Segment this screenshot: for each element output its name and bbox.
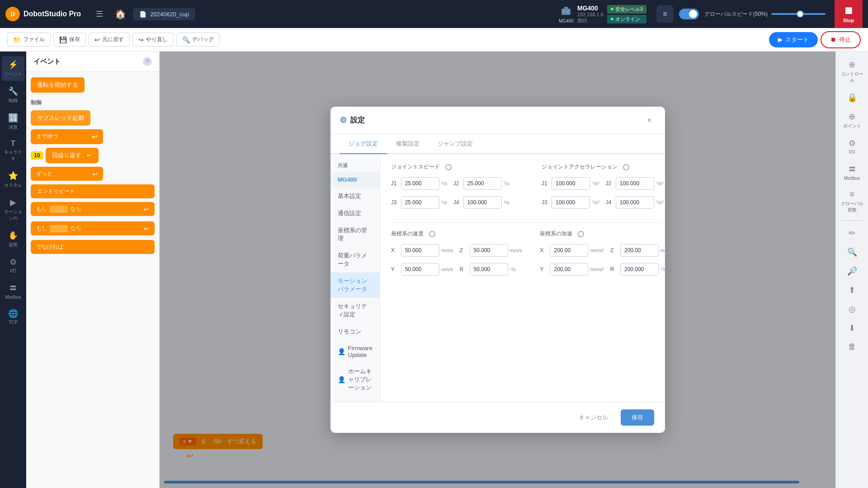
toggle-switch[interactable]	[679, 9, 699, 19]
js-j3-label: J3	[391, 199, 399, 206]
js-j4-input[interactable]	[463, 196, 502, 209]
tab-copy[interactable]: 複製設定	[387, 134, 429, 154]
stop-button[interactable]: ⏹ Stop	[835, 0, 863, 28]
file-tab[interactable]: 📄 20240620_cup	[133, 8, 195, 20]
js-j1-input[interactable]	[401, 177, 439, 190]
ja-j1-field: J1 °/s²	[542, 177, 599, 190]
sidebar-coord[interactable]: 座標系の管理	[330, 222, 380, 247]
sidebar-comm[interactable]: 通信設定	[330, 205, 380, 222]
rs-edit[interactable]: ✏	[838, 225, 866, 242]
coord-speed-col: 座標系の速度 X mm/s	[391, 230, 522, 282]
tab-jump[interactable]: ジャンプ設定	[429, 134, 482, 154]
sidebar-item-control[interactable]: 🔧 制御	[2, 83, 24, 108]
ja-j4-input[interactable]	[616, 196, 654, 209]
cs-y-input[interactable]	[401, 263, 439, 276]
debug-icon: 🔍	[182, 36, 190, 43]
stop-toolbar-button[interactable]: ⏹ 停止	[821, 31, 861, 48]
stop-label: Stop	[843, 18, 854, 23]
home-button[interactable]: 🏠	[112, 6, 128, 22]
repeat-block[interactable]: 回繰り返す ↩	[46, 148, 99, 163]
ca-r-input[interactable]	[620, 263, 659, 276]
rs-trash[interactable]: 🗑	[838, 338, 866, 355]
cs-z-input[interactable]	[470, 244, 508, 257]
start-event-block[interactable]: 運転を開始する	[31, 77, 85, 93]
rs-io[interactable]: ⚙ I/O	[838, 135, 866, 158]
ca-x-input[interactable]	[550, 244, 588, 257]
file-button[interactable]: 📁 ファイル	[7, 33, 51, 47]
sidebar-load[interactable]: 荷重パラメータ	[330, 247, 380, 272]
joint-accel-radio[interactable]	[623, 164, 629, 170]
ja-j1-input[interactable]	[552, 177, 590, 190]
sidebar-basic[interactable]: 基本設定	[330, 188, 380, 205]
sidebar-item-character[interactable]: T キャラクタ	[2, 136, 24, 165]
coord-speed-radio[interactable]	[429, 231, 435, 237]
rs-global-var[interactable]: ≡ グローバル変数	[838, 186, 866, 217]
event-icon: ⚡	[8, 60, 18, 70]
rs-control[interactable]: ⊕ コントロール	[838, 56, 866, 87]
sidebar-mg400[interactable]: MG400	[330, 172, 380, 188]
ca-y-input[interactable]	[550, 263, 588, 276]
sidebar-item-gesture[interactable]: ✋ 姿勢	[2, 227, 24, 252]
sidebar-security[interactable]: セキュリティ設定	[330, 298, 380, 323]
sidebar-item-io[interactable]: ⚙ I/O	[2, 253, 24, 277]
cs-r-input[interactable]	[470, 263, 508, 276]
else-block[interactable]: でなければ	[31, 240, 155, 254]
blocks-header: イベント ?	[26, 52, 159, 72]
svg-rect-1	[564, 7, 568, 9]
menu-button[interactable]: ☰	[91, 6, 108, 22]
help-icon[interactable]: ?	[143, 57, 152, 66]
sidebar-home-cal[interactable]: 👤 ホームキャリブレーション	[330, 363, 380, 396]
forever-block[interactable]: ずっと ↩	[31, 167, 103, 181]
rs-point[interactable]: ⊕ ポイント	[838, 108, 866, 133]
rs-download[interactable]: ⬇	[838, 319, 866, 337]
speed-slider[interactable]	[771, 13, 826, 15]
zoom-out-icon: 🔎	[847, 266, 857, 276]
coord-accel-header: 座標系の加速	[540, 230, 665, 238]
if-block-1[interactable]: もし なら ↩	[31, 202, 155, 216]
tab-jog[interactable]: ジョグ設定	[340, 134, 387, 154]
js-j3-input[interactable]	[401, 196, 439, 209]
end-repeat-block[interactable]: エンドリピート	[31, 184, 155, 198]
if-block-2[interactable]: もし なら ↩	[31, 221, 155, 235]
save-button[interactable]: 💾 保存	[53, 33, 86, 47]
sidebar-item-custom[interactable]: ⭐ カスタム	[2, 167, 24, 192]
rs-lock[interactable]: 🔒	[838, 89, 866, 106]
ja-j3-label: J3	[542, 199, 550, 206]
sidebar-remote[interactable]: リモコン	[330, 323, 380, 340]
wait-block[interactable]: まで待つ ↩	[31, 129, 103, 144]
coord-accel-radio[interactable]	[578, 231, 584, 237]
start-button[interactable]: ▶ スタート	[769, 32, 818, 47]
sidebar-motion[interactable]: モーションパラメータ	[330, 272, 380, 298]
settings-dialog: ⚙ 設定 × ジョグ設定 複製設定 ジャンプ設定 共通 MG400	[330, 107, 665, 433]
tcp-icon: 🌐	[8, 309, 18, 319]
speed-slider-area: グローバルスピード(50%)	[704, 10, 826, 18]
ca-z-input[interactable]	[620, 244, 659, 257]
rs-top[interactable]: ⬆	[838, 282, 866, 299]
js-j2-input[interactable]	[463, 177, 502, 190]
save-dialog-button[interactable]: 保存	[621, 409, 654, 426]
sidebar-item-motion[interactable]: ▶ モーションの	[2, 194, 24, 225]
sidebar-item-tcp[interactable]: 🌐 TCP	[2, 305, 24, 328]
rs-zoom-in[interactable]: 🔍	[838, 244, 866, 261]
cancel-button[interactable]: キャンセル	[571, 410, 615, 425]
sidebar-item-calc[interactable]: 🔢 演算	[2, 109, 24, 134]
ja-j2-input[interactable]	[616, 177, 654, 190]
rs-modbus[interactable]: 〓 Modbus	[838, 160, 866, 184]
sub-thread-block[interactable]: サブスレッド起動	[31, 110, 90, 126]
sidebar-item-modbus[interactable]: 〓 Modbus	[2, 279, 24, 303]
joint-speed-radio[interactable]	[445, 164, 452, 170]
rs-center[interactable]: ◎	[838, 300, 866, 318]
dialog-close-button[interactable]: ×	[643, 114, 656, 127]
ja-j3-input[interactable]	[552, 196, 590, 209]
rs-zoom-out[interactable]: 🔎	[838, 263, 866, 280]
settings-icon-button[interactable]: ≡	[656, 5, 674, 23]
sidebar-firmware[interactable]: 👤 Firmware Update	[330, 340, 380, 363]
joint-accel-j3j4: J3 °/s² J4 °/s²	[542, 196, 665, 209]
ca-y-field: Y mm/s²	[540, 263, 604, 276]
sidebar-item-event[interactable]: ⚡ イベント	[2, 56, 24, 81]
cs-x-input[interactable]	[401, 244, 439, 257]
redo-button[interactable]: ↪ やり直し	[132, 33, 174, 47]
ja-j2-field: J2 °/s²	[606, 177, 664, 190]
debug-button[interactable]: 🔍 デバッグ	[176, 33, 220, 47]
undo-button[interactable]: ↩ 元に戻す	[89, 33, 130, 47]
